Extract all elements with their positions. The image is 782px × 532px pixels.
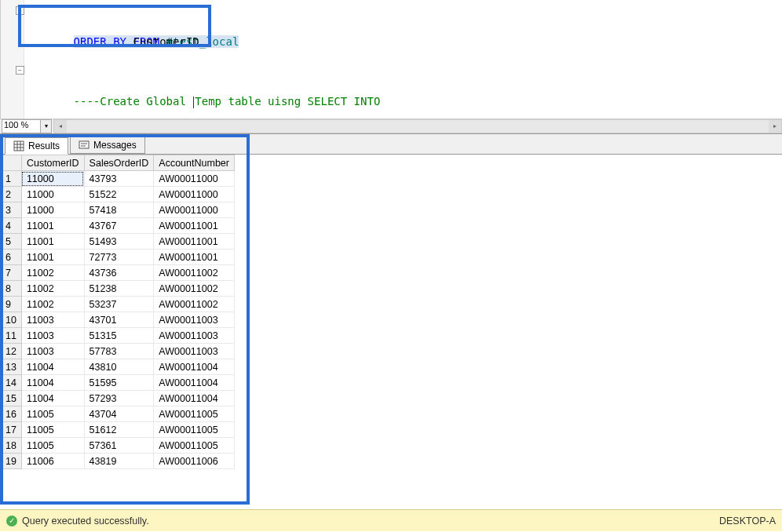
cell-accountnumber[interactable]: AW00011000 [154,171,235,187]
fold-toggle-icon[interactable]: − [16,66,24,75]
cell-customerid[interactable]: 11005 [21,438,84,454]
rownum-cell[interactable]: 1 [1,171,22,187]
cell-salesorderid[interactable]: 43767 [84,218,154,234]
cell-accountnumber[interactable]: AW00011006 [154,454,235,469]
table-row[interactable]: 171100551612AW00011005 [1,422,235,438]
cell-salesorderid[interactable]: 72773 [84,250,154,265]
cell-accountnumber[interactable]: AW00011005 [154,438,235,454]
table-row[interactable]: 41100143767AW00011001 [1,218,235,234]
cell-salesorderid[interactable]: 51612 [84,422,154,438]
cell-customerid[interactable]: 11003 [21,344,84,359]
rownum-cell[interactable]: 5 [1,234,22,250]
sql-editor[interactable]: − SELECT * FROM #test_local ORDER BY Cus… [0,0,782,118]
table-row[interactable]: 151100457293AW00011004 [1,391,235,406]
cell-customerid[interactable]: 11004 [21,375,84,391]
cell-salesorderid[interactable]: 57361 [84,438,154,454]
cell-accountnumber[interactable]: AW00011004 [154,391,235,406]
rownum-cell[interactable]: 14 [1,375,22,391]
cell-accountnumber[interactable]: AW00011003 [154,344,235,359]
table-row[interactable]: 91100253237AW00011002 [1,297,235,312]
table-row[interactable]: 71100243736AW00011002 [1,265,235,281]
table-row[interactable]: 121100357783AW00011003 [1,344,235,359]
table-row[interactable]: 51100151493AW00011001 [1,234,235,250]
scroll-left-icon[interactable]: ◂ [54,120,67,133]
cell-accountnumber[interactable]: AW00011003 [154,312,235,328]
cell-customerid[interactable]: 11004 [21,359,84,375]
results-grid[interactable]: CustomerID SalesOrderID AccountNumber 11… [0,155,782,509]
cell-accountnumber[interactable]: AW00011004 [154,375,235,391]
rownum-cell[interactable]: 19 [1,454,22,469]
cell-customerid[interactable]: 11005 [21,406,84,422]
cell-salesorderid[interactable]: 43701 [84,312,154,328]
cell-accountnumber[interactable]: AW00011000 [154,187,235,202]
rownum-cell[interactable]: 16 [1,406,22,422]
rownum-cell[interactable]: 7 [1,265,22,281]
cell-accountnumber[interactable]: AW00011001 [154,250,235,265]
rownum-cell[interactable]: 9 [1,297,22,312]
cell-salesorderid[interactable]: 43819 [84,454,154,469]
rownum-cell[interactable]: 4 [1,218,22,234]
cell-customerid[interactable]: 11000 [21,171,84,187]
cell-accountnumber[interactable]: AW00011005 [154,406,235,422]
rownum-cell[interactable]: 11 [1,328,22,344]
tab-results[interactable]: Results [5,137,68,155]
cell-salesorderid[interactable]: 43736 [84,265,154,281]
col-salesorderid[interactable]: SalesOrderID [84,155,154,171]
rownum-cell[interactable]: 2 [1,187,22,202]
cell-accountnumber[interactable]: AW00011001 [154,218,235,234]
cell-customerid[interactable]: 11002 [21,297,84,312]
cell-customerid[interactable]: 11002 [21,281,84,297]
cell-customerid[interactable]: 11006 [21,454,84,469]
cell-accountnumber[interactable]: AW00011002 [154,297,235,312]
cell-customerid[interactable]: 11003 [21,312,84,328]
cell-salesorderid[interactable]: 57293 [84,391,154,406]
fold-toggle-icon[interactable]: − [16,6,24,15]
table-row[interactable]: 111100351315AW00011003 [1,328,235,344]
table-row[interactable]: 191100643819AW00011006 [1,454,235,469]
table-row[interactable]: 161100543704AW00011005 [1,406,235,422]
rownum-cell[interactable]: 18 [1,438,22,454]
cell-salesorderid[interactable]: 57783 [84,344,154,359]
cell-salesorderid[interactable]: 51238 [84,281,154,297]
cell-customerid[interactable]: 11002 [21,265,84,281]
tab-messages[interactable]: Messages [70,137,145,154]
cell-salesorderid[interactable]: 43810 [84,359,154,375]
code-content[interactable]: − SELECT * FROM #test_local ORDER BY Cus… [24,0,782,79]
table-row[interactable]: 181100557361AW00011005 [1,438,235,454]
rownum-cell[interactable]: 17 [1,422,22,438]
rownum-cell[interactable]: 15 [1,391,22,406]
cell-accountnumber[interactable]: AW00011005 [154,422,235,438]
cell-salesorderid[interactable]: 57418 [84,202,154,218]
table-row[interactable]: 131100443810AW00011004 [1,359,235,375]
cell-customerid[interactable]: 11003 [21,328,84,344]
cell-salesorderid[interactable]: 51595 [84,375,154,391]
rownum-cell[interactable]: 13 [1,359,22,375]
cell-accountnumber[interactable]: AW00011004 [154,359,235,375]
cell-customerid[interactable]: 11001 [21,234,84,250]
rownum-cell[interactable]: 10 [1,312,22,328]
cell-salesorderid[interactable]: 51493 [84,234,154,250]
table-row[interactable]: 21100051522AW00011000 [1,187,235,202]
table-row[interactable]: 61100172773AW00011001 [1,250,235,265]
cell-accountnumber[interactable]: AW00011000 [154,202,235,218]
rownum-cell[interactable]: 3 [1,202,22,218]
rownum-cell[interactable]: 6 [1,250,22,265]
cell-customerid[interactable]: 11004 [21,391,84,406]
cell-salesorderid[interactable]: 53237 [84,297,154,312]
cell-accountnumber[interactable]: AW00011002 [154,265,235,281]
col-customerid[interactable]: CustomerID [21,155,84,171]
table-row[interactable]: 81100251238AW00011002 [1,281,235,297]
cell-accountnumber[interactable]: AW00011002 [154,281,235,297]
cell-accountnumber[interactable]: AW00011001 [154,234,235,250]
cell-customerid[interactable]: 11005 [21,422,84,438]
cell-salesorderid[interactable]: 43793 [84,171,154,187]
cell-accountnumber[interactable]: AW00011003 [154,328,235,344]
cell-salesorderid[interactable]: 51315 [84,328,154,344]
cell-customerid[interactable]: 11000 [21,187,84,202]
rownum-cell[interactable]: 8 [1,281,22,297]
cell-salesorderid[interactable]: 43704 [84,406,154,422]
horizontal-scrollbar[interactable]: ◂ ▸ [53,119,782,133]
table-row[interactable]: 101100343701AW00011003 [1,312,235,328]
rownum-cell[interactable]: 12 [1,344,22,359]
cell-customerid[interactable]: 11001 [21,218,84,234]
